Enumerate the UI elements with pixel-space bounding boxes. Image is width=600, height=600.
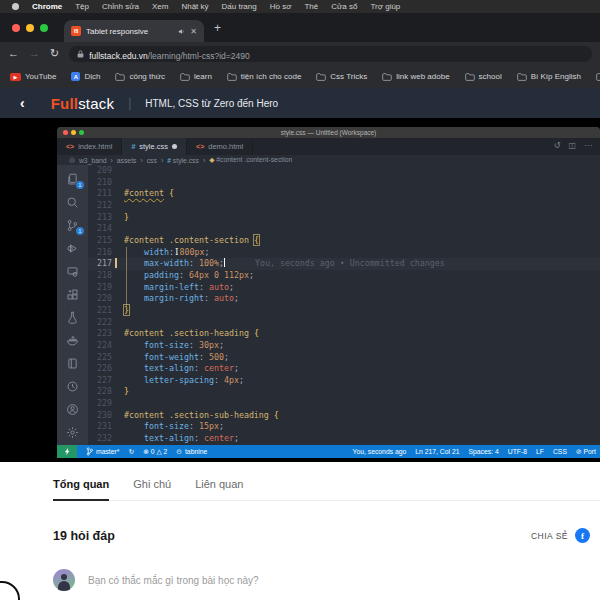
bookmark-item[interactable]: Css Tricks: [316, 72, 367, 81]
close-tab-icon[interactable]: ✕: [190, 27, 197, 36]
breadcrumb-item[interactable]: w3_band: [79, 157, 107, 164]
status-item[interactable]: master*: [86, 447, 119, 456]
minimize-window-button[interactable]: [26, 24, 34, 32]
status-item[interactable]: UTF-8: [508, 448, 527, 456]
notebook-icon[interactable]: [57, 352, 88, 375]
editor-action-icon[interactable]: ↺: [554, 141, 561, 150]
tab-tổng-quan[interactable]: Tổng quan: [53, 478, 109, 501]
tab-liên-quan[interactable]: Liên quan: [195, 478, 243, 500]
menubar-item[interactable]: Nhật ký: [181, 2, 208, 11]
code-line: 211#content {: [88, 188, 600, 200]
vscode-tab-style.css[interactable]: #style.css: [122, 138, 187, 155]
menubar-item[interactable]: Trợ giúp: [370, 2, 400, 11]
bookmark-item[interactable]: learn: [180, 72, 212, 81]
bookmark-item[interactable]: [596, 73, 600, 81]
breadcrumb-item[interactable]: css: [147, 157, 157, 164]
editor-action-icon[interactable]: ◫: [568, 141, 576, 150]
code-line: 217 max-width: 100%; You, seconds ago • …: [88, 258, 600, 270]
vscode-editor[interactable]: 209210211#content {212213}214215#content…: [88, 165, 600, 445]
test-icon[interactable]: [57, 306, 88, 329]
vscode-close-button[interactable]: [63, 130, 68, 135]
breadcrumb-item[interactable]: # style.css: [167, 157, 199, 164]
share-button[interactable]: CHIA SẺ f: [531, 528, 590, 543]
clock-icon[interactable]: [57, 375, 88, 398]
status-item[interactable]: ⊘ Port: [576, 448, 596, 456]
source-control-icon[interactable]: 1: [57, 214, 88, 237]
bookmark-item[interactable]: school: [465, 72, 502, 81]
lock-icon[interactable]: [77, 50, 84, 58]
address-bar[interactable]: fullstack.edu.vn/learning/html-css?id=24…: [69, 46, 592, 62]
back-chevron-icon[interactable]: ‹: [20, 95, 25, 111]
status-item[interactable]: ↻: [128, 447, 134, 456]
facebook-icon[interactable]: f: [575, 528, 590, 543]
docker-icon[interactable]: [57, 329, 88, 352]
menubar-item[interactable]: Dấu trang: [222, 2, 257, 11]
comment-input[interactable]: Bạn có thắc mắc gì trong bài học này?: [88, 575, 259, 586]
video-player[interactable]: style.css — Untitled (Workspace) <>index…: [0, 118, 600, 462]
menubar-item[interactable]: Thẻ: [304, 2, 318, 11]
bookmarks-bar: ▶YouTubeADịchcông thứclearntiện ích cho …: [0, 65, 600, 89]
symbol-icon: ◎: [69, 156, 75, 164]
search-icon[interactable]: [57, 191, 88, 214]
menubar-item[interactable]: Xem: [152, 2, 168, 11]
line-number: 231: [88, 421, 112, 433]
code-text: font-size: 30px;: [112, 340, 224, 352]
bookmark-item[interactable]: công thức: [115, 72, 165, 81]
bookmark-item[interactable]: ▶YouTube: [10, 72, 56, 81]
bookmark-item[interactable]: ADịch: [71, 72, 100, 81]
explorer-icon[interactable]: 1: [57, 168, 88, 191]
browser-tab[interactable]: f8 Tablet responsive ✕: [64, 20, 204, 42]
code-line: 214: [88, 223, 600, 235]
vscode-tab-index.html[interactable]: <>index.html: [57, 138, 122, 155]
remote-indicator[interactable]: [57, 445, 77, 458]
close-window-button[interactable]: [12, 24, 20, 32]
menubar-item[interactable]: Chỉnh sửa: [102, 2, 139, 11]
code-line: 231 font-size: 15px;: [88, 421, 600, 433]
bookmark-item[interactable]: Bí Kíp English: [517, 72, 581, 81]
zoom-window-button[interactable]: [40, 24, 48, 32]
vscode-tab-demo.html[interactable]: <>demo.html: [187, 138, 253, 155]
status-item[interactable]: ⊙tabnine: [176, 447, 207, 456]
tab-ghi-chú[interactable]: Ghi chú: [133, 478, 171, 500]
audio-playing-icon[interactable]: [178, 28, 185, 35]
settings-icon[interactable]: [57, 421, 88, 444]
status-item[interactable]: ⊗ 0 △ 2: [143, 447, 167, 456]
code-text: [112, 200, 124, 212]
bookmark-item[interactable]: tiện ích cho code: [227, 72, 301, 81]
extensions-icon[interactable]: [57, 283, 88, 306]
vscode-minimize-button[interactable]: [71, 130, 76, 135]
editor-actions[interactable]: ↺◫⋯: [554, 141, 592, 150]
forward-button[interactable]: →: [29, 48, 40, 59]
bookmark-item[interactable]: link web adobe: [382, 72, 449, 81]
vscode-breadcrumb[interactable]: ◎w3_band›assets›css›# style.css›◆ #conte…: [57, 155, 600, 165]
back-button[interactable]: ←: [8, 48, 19, 59]
line-number: 223: [88, 328, 112, 340]
menubar-item[interactable]: Chrome: [32, 2, 62, 11]
menubar-item[interactable]: Hồ sơ: [270, 2, 292, 11]
badge-count: 1: [76, 227, 84, 235]
reload-button[interactable]: ↻: [50, 48, 59, 59]
code-text: font-size: 15px;: [112, 421, 224, 433]
breadcrumb-item[interactable]: ◆ #content .content-section: [209, 156, 292, 164]
folder-icon: [517, 73, 527, 81]
status-item[interactable]: Spaces: 4: [469, 448, 499, 456]
account-icon[interactable]: [57, 398, 88, 421]
menubar-item[interactable]: Cửa sổ: [331, 2, 357, 11]
status-item[interactable]: CSS: [553, 448, 567, 456]
fullstack-logo[interactable]: Fullstack: [51, 95, 114, 112]
line-number: 232: [88, 433, 112, 445]
status-item[interactable]: You, seconds ago: [353, 448, 407, 456]
breadcrumb-item[interactable]: assets: [117, 157, 137, 164]
vscode-zoom-button[interactable]: [79, 130, 84, 135]
css-file-icon: #: [131, 143, 135, 150]
debug-icon[interactable]: [57, 237, 88, 260]
apple-logo-icon[interactable]: [12, 3, 19, 10]
new-tab-button[interactable]: +: [214, 22, 221, 34]
status-item[interactable]: Ln 217, Col 21: [415, 448, 459, 456]
menubar-item[interactable]: Tệp: [75, 2, 89, 11]
line-number: 224: [88, 340, 112, 352]
code-text: [112, 398, 124, 410]
status-item[interactable]: LF: [536, 448, 544, 456]
editor-action-icon[interactable]: ⋯: [584, 141, 592, 150]
remote-icon[interactable]: [57, 260, 88, 283]
